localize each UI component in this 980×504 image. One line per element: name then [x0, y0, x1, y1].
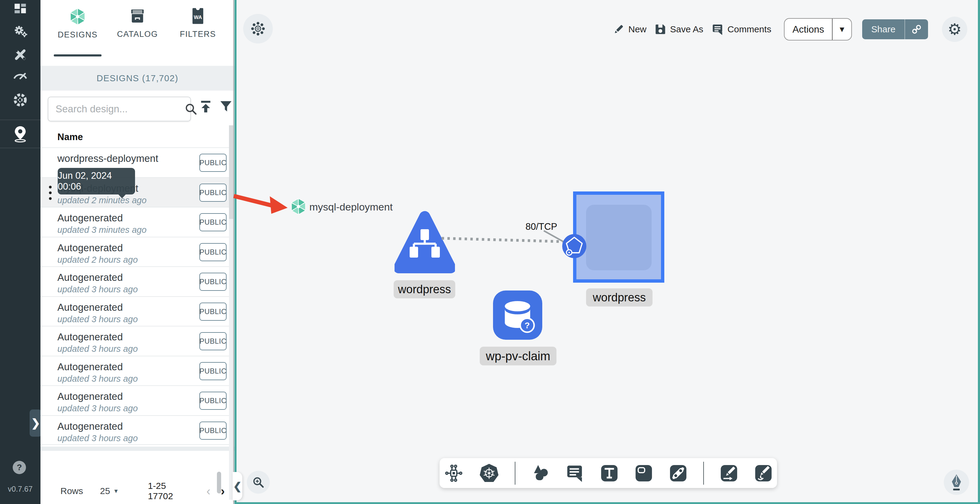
catalog-archive-icon: [128, 7, 146, 25]
design-list-item[interactable]: Autogenerated updated 3 hours ago PUBLIC: [40, 296, 231, 326]
canvas-tool-dock: [439, 458, 777, 488]
help-button[interactable]: ?: [13, 461, 26, 474]
actions-caret-icon[interactable]: ▼: [832, 19, 851, 40]
extensions-icon[interactable]: [0, 92, 40, 108]
canvas-border-left: [234, 0, 237, 504]
design-updated: updated 3 hours ago: [57, 404, 138, 413]
node-label: wp-pv-claim: [480, 347, 557, 366]
left-nav: ❯ ? v0.7.67: [0, 0, 40, 504]
zoom-in-button[interactable]: [247, 471, 270, 494]
actions-split-button[interactable]: Actions ▼: [784, 18, 852, 40]
freehand-pen-tool-icon[interactable]: [754, 464, 773, 483]
design-list-item[interactable]: Autogenerated updated 3 hours ago PUBLIC: [40, 266, 231, 296]
design-updated: updated 3 hours ago: [57, 314, 138, 324]
component-explorer-icon[interactable]: [444, 464, 463, 483]
search-input[interactable]: [55, 103, 185, 115]
design-name: Autogenerated: [57, 302, 123, 313]
kebab-menu-icon[interactable]: [49, 186, 52, 200]
save-icon: [655, 24, 666, 35]
list-bottom-divider: [40, 447, 234, 451]
comments-button[interactable]: Comments: [712, 24, 771, 35]
meshery-logo-icon: [68, 7, 87, 26]
container-node[interactable]: [573, 191, 664, 283]
zoom-in-icon: [252, 476, 264, 488]
design-list-item[interactable]: Autogenerated updated 3 minutes ago PUBL…: [40, 207, 231, 237]
actions-label: Actions: [784, 19, 832, 40]
copy-link-icon[interactable]: [905, 19, 928, 39]
design-list-item[interactable]: Autogenerated updated 3 hours ago PUBLIC: [40, 356, 231, 386]
updated-tooltip: Jun 02, 2024 00:06: [58, 168, 135, 194]
configuration-icon[interactable]: [0, 47, 40, 62]
share-split-button[interactable]: Share: [862, 19, 928, 39]
node-label: wordpress: [394, 280, 455, 298]
prev-page-button[interactable]: ‹: [206, 484, 210, 498]
tab-filters[interactable]: WA FILTERS: [172, 7, 224, 39]
persistent-volume-claim-node[interactable]: ?: [493, 291, 542, 340]
relationship-tool-icon[interactable]: [669, 464, 687, 483]
kanvas-pin-icon[interactable]: [0, 125, 40, 143]
nav-divider: [0, 148, 40, 148]
comment-tool-icon[interactable]: [566, 464, 584, 483]
collapse-panel-button[interactable]: ❮: [232, 472, 242, 500]
rows-per-page-value[interactable]: 25: [100, 486, 110, 496]
design-updated: updated 2 hours ago: [57, 255, 138, 265]
rows-label: Rows: [60, 486, 83, 496]
text-tool-icon[interactable]: [600, 464, 619, 483]
tab-catalog-label: CATALOG: [117, 30, 158, 39]
chevron-left-icon: ❮: [233, 480, 242, 492]
node-label: wordpress: [586, 288, 652, 307]
note-tool-icon[interactable]: [635, 464, 653, 483]
design-updated: updated 3 hours ago: [57, 374, 138, 384]
whiteboard-mode-button[interactable]: [944, 469, 969, 495]
selected-design-meshery-icon[interactable]: [290, 197, 307, 216]
design-name: Autogenerated: [57, 272, 123, 283]
gear-icon: ⚙: [948, 21, 962, 37]
performance-icon[interactable]: [0, 68, 40, 81]
save-as-button[interactable]: Save As: [655, 24, 703, 35]
canvas-border-right: [978, 0, 980, 504]
search-box: [48, 97, 191, 121]
shapes-tool-icon[interactable]: [531, 464, 550, 483]
filters-wasm-icon: WA: [189, 7, 207, 25]
design-updated: updated 3 hours ago: [57, 344, 138, 354]
new-button[interactable]: New: [613, 24, 646, 35]
next-page-button[interactable]: ›: [221, 484, 225, 498]
design-list-item[interactable]: Autogenerated updated 3 hours ago PUBLIC: [40, 415, 231, 445]
tab-catalog[interactable]: CATALOG: [112, 7, 163, 39]
kubernetes-icon[interactable]: [479, 463, 499, 483]
design-name: wordpress-deployment: [57, 153, 158, 164]
design-list-item[interactable]: Autogenerated updated 2 hours ago PUBLIC: [40, 237, 231, 267]
pagination-range: 1-25 17702: [148, 481, 183, 501]
design-name: Autogenerated: [57, 421, 123, 432]
design-updated: updated 3 minutes ago: [57, 225, 146, 235]
design-name: Autogenerated: [57, 391, 123, 402]
visibility-badge: PUBLIC: [199, 213, 227, 231]
lifecycle-icon[interactable]: [0, 24, 40, 39]
filter-funnel-icon[interactable]: [220, 100, 232, 113]
design-updated: updated 3 hours ago: [57, 433, 138, 443]
search-icon[interactable]: [185, 103, 197, 115]
visibility-badge: PUBLIC: [199, 273, 227, 291]
comment-icon: [712, 24, 723, 35]
edge-pen-tool-icon[interactable]: [720, 464, 738, 483]
edge-port-label: 80/TCP: [517, 221, 566, 232]
tab-filters-label: FILTERS: [180, 30, 216, 39]
dock-divider: [515, 462, 515, 485]
import-design-icon[interactable]: [199, 100, 213, 114]
design-updated: updated 2 minutes ago: [57, 196, 146, 205]
design-name: Autogenerated: [57, 331, 123, 343]
nav-expand-button[interactable]: ❯: [30, 410, 42, 437]
nav-divider: [0, 119, 40, 120]
dashboard-icon[interactable]: [0, 2, 40, 16]
visibility-badge: PUBLIC: [199, 302, 227, 321]
rows-per-page-caret-icon[interactable]: ▾: [114, 487, 118, 495]
cluster-visibility-button[interactable]: [243, 14, 273, 43]
deployment-node[interactable]: [395, 210, 455, 274]
svg-text:WA: WA: [194, 14, 202, 20]
svg-text:?: ?: [525, 321, 530, 330]
tab-designs[interactable]: DESIGNS: [52, 7, 103, 40]
share-label: Share: [862, 19, 904, 39]
settings-button[interactable]: ⚙: [942, 17, 967, 42]
design-list-item[interactable]: Autogenerated updated 3 hours ago PUBLIC: [40, 385, 231, 415]
design-list-item[interactable]: Autogenerated updated 3 hours ago PUBLIC: [40, 326, 231, 356]
